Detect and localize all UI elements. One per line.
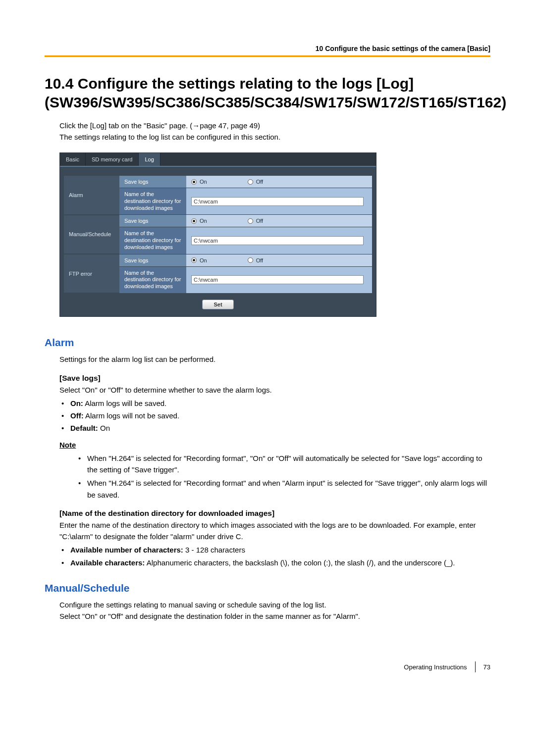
- header-breadcrumb: 10 Configure the basic settings of the c…: [45, 45, 490, 52]
- ftp-dest-input[interactable]: [191, 275, 364, 284]
- tabs-spacer: [160, 153, 376, 166]
- on-text: Alarm logs will be saved.: [83, 399, 166, 407]
- section-manual-heading: Manual/Schedule: [45, 582, 490, 594]
- header-rule: [45, 55, 490, 57]
- manual-savelogs-label: Save logs: [119, 215, 186, 227]
- category-manual: Manual/Schedule: [64, 215, 119, 254]
- off-text: Alarm logs will not be saved.: [84, 411, 179, 420]
- manual-savelogs-off-radio[interactable]: [248, 218, 253, 224]
- alarm-savelogs-off-radio[interactable]: [248, 179, 253, 185]
- tab-sd-memory[interactable]: SD memory card: [86, 153, 139, 166]
- off-label: Off:: [70, 411, 84, 420]
- alarm-dest-input[interactable]: [191, 197, 364, 206]
- footer-divider: [475, 661, 476, 672]
- ftp-savelogs-off-radio[interactable]: [248, 257, 253, 263]
- tabs-row: Basic SD memory card Log: [60, 153, 376, 166]
- footer-page: 73: [483, 663, 490, 671]
- ftp-savelogs-on-radio[interactable]: [191, 257, 197, 263]
- on-label: On:: [70, 399, 83, 407]
- log-settings-panel: Basic SD memory card Log Alarm Save logs…: [59, 152, 376, 317]
- savelogs-off-item: Off: Alarm logs will not be saved.: [59, 410, 490, 421]
- avail-label: Available characters:: [70, 558, 145, 567]
- alarm-savelogs-label: Save logs: [119, 176, 186, 188]
- tab-basic[interactable]: Basic: [60, 153, 86, 166]
- section-alarm-heading: Alarm: [45, 337, 490, 349]
- alarm-savelogs-on-radio[interactable]: [191, 179, 197, 185]
- alarm-desc: Settings for the alarm log list can be p…: [59, 353, 490, 365]
- note-1: When "H.264" is selected for "Recording …: [76, 453, 490, 476]
- alarm-dest-label: Name of the destination directory for do…: [119, 188, 186, 215]
- chars-text: 3 - 128 characters: [183, 546, 245, 554]
- intro-line2: The settings relating to the log list ca…: [59, 133, 280, 141]
- ftp-savelogs-label: Save logs: [119, 254, 186, 266]
- destdir-avail-item: Available characters: Alphanumeric chara…: [59, 557, 490, 568]
- manual-line1: Configure the settings relating to manua…: [59, 599, 490, 610]
- alarm-on-label: On: [200, 179, 207, 185]
- destdir-subhead: [Name of the destination directory for d…: [59, 507, 490, 519]
- default-label: Default:: [70, 424, 98, 432]
- ftp-on-label: On: [200, 257, 207, 263]
- manual-dest-label: Name of the destination directory for do…: [119, 227, 186, 254]
- default-text: On: [98, 424, 110, 432]
- manual-dest-input[interactable]: [191, 236, 364, 245]
- page-title: 10.4 Configure the settings relating to …: [45, 74, 490, 111]
- tab-log[interactable]: Log: [139, 153, 160, 166]
- intro-line1b: page 47, page 49): [200, 121, 260, 130]
- ftp-savelogs-radio-group: On Off: [191, 257, 367, 263]
- set-button[interactable]: Set: [202, 300, 233, 309]
- destdir-desc: Enter the name of the destination direct…: [59, 519, 490, 543]
- category-ftp: FTP error: [64, 254, 119, 293]
- savelogs-subhead: [Save logs]: [59, 372, 490, 384]
- destdir-chars-item: Available number of characters: 3 - 128 …: [59, 544, 490, 555]
- manual-off-label: Off: [256, 218, 263, 224]
- savelogs-desc: Select "On" or "Off" to determine whethe…: [59, 384, 490, 396]
- page-footer: Operating Instructions 73: [45, 661, 490, 672]
- avail-text: Alphanumeric characters, the backslash (…: [145, 558, 455, 567]
- savelogs-default-item: Default: On: [59, 422, 490, 434]
- note-heading: Note: [59, 439, 490, 451]
- manual-on-label: On: [200, 218, 207, 224]
- ftp-off-label: Off: [256, 257, 263, 263]
- intro-arrow: →: [192, 121, 200, 130]
- category-alarm: Alarm: [64, 176, 119, 215]
- manual-line2: Select "On" or "Off" and designate the d…: [59, 610, 490, 622]
- manual-savelogs-radio-group: On Off: [191, 218, 367, 224]
- note-2: When "H.264" is selected for "Recording …: [76, 477, 490, 501]
- alarm-off-label: Off: [256, 179, 263, 185]
- chars-label: Available number of characters:: [70, 546, 183, 554]
- savelogs-on-item: On: Alarm logs will be saved.: [59, 398, 490, 409]
- manual-savelogs-on-radio[interactable]: [191, 218, 197, 224]
- ftp-dest-label: Name of the destination directory for do…: [119, 266, 186, 293]
- alarm-savelogs-radio-group: On Off: [191, 179, 367, 185]
- footer-label: Operating Instructions: [404, 663, 467, 671]
- intro-line1a: Click the [Log] tab on the "Basic" page.…: [59, 121, 192, 130]
